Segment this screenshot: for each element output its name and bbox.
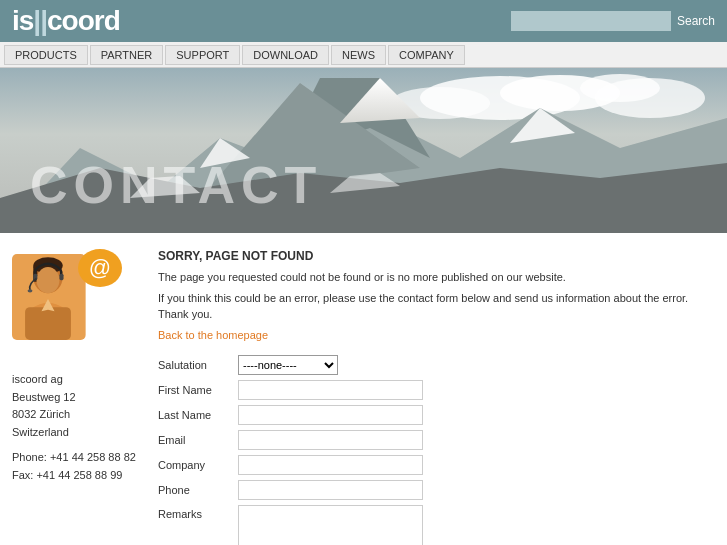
- phone-label: Phone: [158, 484, 238, 496]
- email-row: Email: [158, 430, 715, 450]
- search-area: Search: [511, 11, 715, 31]
- first-name-label: First Name: [158, 384, 238, 396]
- first-name-input[interactable]: [238, 380, 423, 400]
- company-info: iscoord ag Beustweg 12 8032 Zürich Switz…: [12, 371, 142, 485]
- last-name-input[interactable]: [238, 405, 423, 425]
- navigation: PRODUCTS PARTNER SUPPORT DOWNLOAD NEWS C…: [0, 42, 727, 68]
- salutation-label: Salutation: [158, 359, 238, 371]
- homepage-link[interactable]: Back to the homepage: [158, 329, 715, 341]
- content-area: @ iscoord ag Beustweg 12 8032 Zürich Swi…: [0, 233, 727, 545]
- address-line1: Beustweg 12: [12, 389, 142, 407]
- remarks-textarea[interactable]: [238, 505, 423, 546]
- search-button[interactable]: Search: [677, 14, 715, 28]
- banner-title: CONTACT: [30, 155, 322, 215]
- last-name-label: Last Name: [158, 409, 238, 421]
- company-input[interactable]: [238, 455, 423, 475]
- error-desc1: The page you requested could not be foun…: [158, 269, 715, 286]
- phone-row: Phone: [158, 480, 715, 500]
- address-line3: Switzerland: [12, 424, 142, 442]
- salutation-select[interactable]: ----none---- Mr. Mrs. Ms. Dr.: [238, 355, 338, 375]
- company-name: iscoord ag: [12, 371, 142, 389]
- phone-number: Phone: +41 44 258 88 82: [12, 449, 142, 467]
- nav-item-support[interactable]: SUPPORT: [165, 45, 240, 65]
- phone-input[interactable]: [238, 480, 423, 500]
- address-line2: 8032 Zürich: [12, 406, 142, 424]
- search-input[interactable]: [511, 11, 671, 31]
- fax-number: Fax: +41 44 258 88 99: [12, 467, 142, 485]
- remarks-label: Remarks: [158, 505, 238, 520]
- company-label: Company: [158, 459, 238, 471]
- logo: is||coord: [12, 5, 120, 37]
- salutation-row: Salutation ----none---- Mr. Mrs. Ms. Dr.: [158, 355, 715, 375]
- remarks-row: Remarks: [158, 505, 715, 546]
- error-title: SORRY, PAGE NOT FOUND: [158, 249, 715, 263]
- nav-item-news[interactable]: NEWS: [331, 45, 386, 65]
- svg-rect-24: [25, 307, 71, 340]
- at-icon: @: [89, 255, 111, 281]
- nav-item-company[interactable]: COMPANY: [388, 45, 465, 65]
- svg-point-19: [37, 267, 60, 293]
- email-label: Email: [158, 434, 238, 446]
- first-name-row: First Name: [158, 380, 715, 400]
- nav-item-download[interactable]: DOWNLOAD: [242, 45, 329, 65]
- nav-item-partner[interactable]: PARTNER: [90, 45, 164, 65]
- svg-point-5: [595, 78, 705, 118]
- at-symbol-bubble: @: [78, 249, 122, 287]
- banner: CONTACT: [0, 68, 727, 233]
- nav-item-products[interactable]: PRODUCTS: [4, 45, 88, 65]
- last-name-row: Last Name: [158, 405, 715, 425]
- company-row: Company: [158, 455, 715, 475]
- main-content: SORRY, PAGE NOT FOUND The page you reque…: [158, 249, 715, 545]
- contact-form: Salutation ----none---- Mr. Mrs. Ms. Dr.…: [158, 355, 715, 546]
- sidebar: @ iscoord ag Beustweg 12 8032 Zürich Swi…: [12, 249, 142, 545]
- header: is||coord Search: [0, 0, 727, 42]
- email-input[interactable]: [238, 430, 423, 450]
- svg-rect-21: [59, 274, 63, 281]
- contact-image: @: [12, 249, 122, 359]
- svg-point-22: [28, 289, 33, 292]
- error-desc2: If you think this could be an error, ple…: [158, 290, 715, 323]
